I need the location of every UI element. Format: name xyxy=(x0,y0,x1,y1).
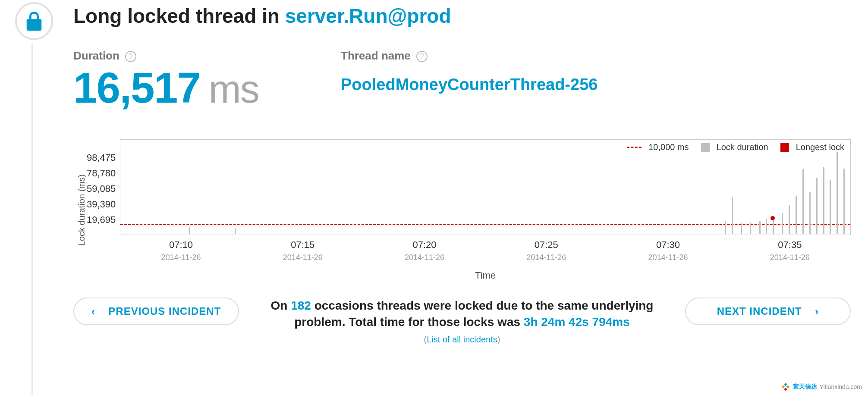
chart-bar[interactable] xyxy=(809,192,811,234)
xtick: 07:352014-11-26 xyxy=(729,239,851,262)
incident-summary: On 182 occasions threads were locked due… xyxy=(256,298,668,345)
watermark-brand: 宜天信达 xyxy=(793,383,817,391)
xtick: 07:152014-11-26 xyxy=(242,239,364,262)
chart-yticks: 98,47578,78059,08539,39019,695 xyxy=(87,139,120,281)
chart-ylabel: Lock duration (ms) xyxy=(73,139,87,281)
chart-plot-area[interactable]: 10,000 ms Lock duration Longest lock xyxy=(120,139,851,235)
incident-type-badge xyxy=(15,2,53,40)
ytick-label: 39,390 xyxy=(87,199,116,210)
chart-bar[interactable] xyxy=(741,223,742,234)
ytick-label: 59,085 xyxy=(87,183,116,194)
chart-bar[interactable] xyxy=(782,213,783,234)
previous-incident-button[interactable]: ‹ PREVIOUS INCIDENT xyxy=(73,298,239,325)
longest-lock-marker[interactable] xyxy=(771,216,775,220)
previous-incident-label: PREVIOUS INCIDENT xyxy=(108,305,221,317)
next-incident-label: NEXT INCIDENT xyxy=(717,305,802,317)
chart-bar[interactable] xyxy=(823,167,824,234)
thread-block: Thread name ? PooledMoneyCounterThread-2… xyxy=(341,49,608,109)
xtick: 07:102014-11-26 xyxy=(120,239,242,262)
xtick: 07:302014-11-26 xyxy=(607,239,729,262)
chart-bar[interactable] xyxy=(830,180,831,234)
ytick-label: 19,695 xyxy=(87,214,116,226)
chart-bar[interactable] xyxy=(759,221,761,234)
chart-xticks: 07:102014-11-2607:152014-11-2607:202014-… xyxy=(120,239,851,262)
help-icon[interactable]: ? xyxy=(416,51,428,62)
chart-bar[interactable] xyxy=(837,152,838,234)
chart-bar[interactable] xyxy=(725,221,726,234)
chevron-right-icon: › xyxy=(815,305,819,318)
title-accent[interactable]: server.Run@prod xyxy=(285,5,451,27)
chart-bar[interactable] xyxy=(732,198,733,234)
chart-bar[interactable] xyxy=(750,223,751,234)
summary-total-time: 3h 24m 42s 794ms xyxy=(524,315,630,329)
help-icon[interactable]: ? xyxy=(125,51,136,62)
summary-occasions: 182 xyxy=(291,299,311,312)
chart-bar[interactable] xyxy=(189,227,190,234)
chevron-left-icon: ‹ xyxy=(91,305,96,318)
duration-block: Duration ? 16,517ms xyxy=(73,49,341,109)
chart-bar[interactable] xyxy=(796,196,797,234)
chart-bar[interactable] xyxy=(766,219,767,234)
summary-text: On xyxy=(271,299,291,312)
duration-label: Duration xyxy=(73,49,120,62)
duration-unit: ms xyxy=(209,68,259,111)
chart-bar[interactable] xyxy=(816,178,818,234)
chart-bar[interactable] xyxy=(235,229,236,234)
chart-bar[interactable] xyxy=(843,169,845,234)
xtick: 07:252014-11-26 xyxy=(485,239,607,262)
next-incident-button[interactable]: NEXT INCIDENT › xyxy=(685,298,851,325)
ytick-label: 78,780 xyxy=(87,168,116,179)
chart-bar[interactable] xyxy=(802,169,804,234)
thread-label: Thread name xyxy=(341,49,411,62)
summary-list-suffix: ) xyxy=(497,335,500,344)
watermark-domain: Yitianxinda.com xyxy=(820,383,862,390)
thread-name[interactable]: PooledMoneyCounterThread-256 xyxy=(341,75,608,94)
title-prefix: Long locked thread in xyxy=(73,5,285,27)
chart-xlabel: Time xyxy=(120,270,851,281)
chart-bar[interactable] xyxy=(789,205,790,234)
chart-bar[interactable] xyxy=(773,218,774,234)
ytick-label: 98,475 xyxy=(87,152,116,163)
timeline-rail xyxy=(31,43,33,395)
watermark: 宜天信达 Yitianxinda.com xyxy=(781,382,862,392)
duration-value: 16,517 xyxy=(73,63,200,112)
list-all-incidents-link[interactable]: List of all incidents xyxy=(427,335,497,344)
xtick: 07:202014-11-26 xyxy=(364,239,485,262)
lock-duration-chart: Lock duration (ms) 98,47578,78059,08539,… xyxy=(73,139,851,281)
lock-icon xyxy=(26,12,42,31)
watermark-logo-icon xyxy=(781,382,790,392)
page-title: Long locked thread in server.Run@prod xyxy=(73,4,851,28)
